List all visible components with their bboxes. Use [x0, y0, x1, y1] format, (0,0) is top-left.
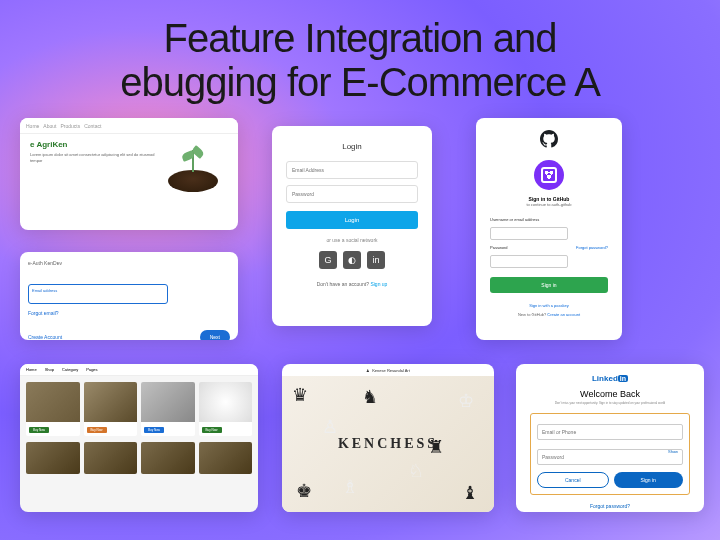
kenchess-title: KENCHESS	[338, 436, 438, 452]
buy-button[interactable]: Buy Now	[144, 427, 164, 433]
chess-piece-icon: ♙	[322, 416, 338, 438]
shop-card: Home Shop Category Pages Buy Now Buy Now…	[20, 364, 258, 512]
nav-products[interactable]: Products	[60, 123, 80, 129]
chess-piece-icon: ♝	[462, 482, 478, 504]
linkedin-icon[interactable]: in	[367, 251, 385, 269]
product-thumb[interactable]	[141, 442, 195, 474]
product-card[interactable]: Buy Now	[84, 382, 138, 436]
kenchess-brand: ♟ Kenese Resandal Art	[282, 364, 494, 376]
github-logo-icon	[490, 130, 608, 152]
product-image	[199, 382, 253, 422]
agriken-title: e AgriKen	[30, 140, 158, 149]
buy-button[interactable]: Buy Now	[87, 427, 107, 433]
nav-about[interactable]: About	[43, 123, 56, 129]
login-email-input[interactable]	[286, 161, 418, 179]
nav-home[interactable]: Home	[26, 123, 39, 129]
user-avatar	[534, 160, 564, 190]
welcome-tagline: Don't miss your next opportunity. Sign i…	[530, 401, 690, 405]
social-divider: or use a social network	[286, 237, 418, 243]
login-button[interactable]: Login	[286, 211, 418, 229]
linkedin-card: Linkedin Welcome Back Don't miss your ne…	[516, 364, 704, 512]
linkedin-password-input[interactable]	[537, 449, 683, 465]
signup-prompt: Don't have an account? Sign up	[286, 281, 418, 287]
signup-link[interactable]: Sign up	[370, 281, 387, 287]
github-signin-button[interactable]: Sign in	[490, 277, 608, 293]
product-image	[84, 382, 138, 422]
github-card: Sign in to GitHub to continue to auth-gi…	[476, 118, 622, 340]
chess-piece-icon: ♘	[408, 460, 424, 482]
product-card[interactable]: Buy Now	[141, 382, 195, 436]
chess-hero: ♛ ♙ ♞ ♔ ♜ ♚ ♗ ♝ ♘ KENCHESS	[282, 376, 494, 512]
auth0-brand: e-Auth KenDev	[28, 260, 230, 266]
chess-piece-icon: ♛	[292, 384, 308, 406]
chess-piece-icon: ♔	[458, 390, 474, 412]
forgot-email-link[interactable]: Forgot email?	[28, 310, 230, 316]
chess-piece-icon: ♚	[296, 480, 312, 502]
github-username-input[interactable]	[490, 227, 568, 240]
shop-nav-category[interactable]: Category	[62, 367, 78, 372]
buy-button[interactable]: Buy Now	[29, 427, 49, 433]
shop-nav-home[interactable]: Home	[26, 367, 37, 372]
buy-button[interactable]: Buy Now	[202, 427, 222, 433]
cancel-button[interactable]: Cancel	[537, 472, 609, 488]
create-account-link[interactable]: Create Account	[28, 334, 62, 340]
github-password-input[interactable]	[490, 255, 568, 268]
shop-nav-shop[interactable]: Shop	[45, 367, 54, 372]
auth0-card: e-Auth KenDev Email address Forgot email…	[20, 252, 238, 340]
cards-container: Home About Products Contact e AgriKen Lo…	[0, 112, 720, 532]
agriken-card: Home About Products Contact e AgriKen Lo…	[20, 118, 238, 230]
github-icon[interactable]: ◐	[343, 251, 361, 269]
product-thumb[interactable]	[199, 442, 253, 474]
login-password-input[interactable]	[286, 185, 418, 203]
google-icon[interactable]: G	[319, 251, 337, 269]
forgot-password-link[interactable]: Forgot password?	[576, 245, 608, 250]
show-password-link[interactable]: Show	[668, 449, 678, 454]
linkedin-logo: Linkedin	[530, 374, 690, 383]
next-button[interactable]: Next	[200, 330, 230, 340]
product-thumb[interactable]	[84, 442, 138, 474]
login-card: Login Login or use a social network G ◐ …	[272, 126, 432, 326]
create-account-link[interactable]: Create an account	[547, 312, 580, 317]
forgot-password-link[interactable]: Forgot password?	[530, 503, 690, 509]
shop-nav: Home Shop Category Pages	[20, 364, 258, 376]
welcome-title: Welcome Back	[530, 389, 690, 399]
product-thumb[interactable]	[26, 442, 80, 474]
passkey-link[interactable]: Sign in with a passkey	[490, 303, 608, 308]
plant-image	[158, 140, 228, 210]
signin-button[interactable]: Sign in	[614, 472, 684, 488]
product-card[interactable]: Buy Now	[199, 382, 253, 436]
login-title: Login	[286, 142, 418, 151]
shop-nav-pages[interactable]: Pages	[86, 367, 97, 372]
chess-piece-icon: ♞	[362, 386, 378, 408]
hero-title: Feature Integration and ebugging for E-C…	[0, 0, 720, 112]
linkedin-email-input[interactable]	[537, 424, 683, 440]
nav-contact[interactable]: Contact	[84, 123, 101, 129]
product-image	[26, 382, 80, 422]
agriken-nav: Home About Products Contact	[20, 118, 238, 134]
agriken-sub: Lorem ipsum dolor sit amet consectetur a…	[30, 152, 158, 163]
create-account-prompt: New to GitHub? Create an account	[490, 312, 608, 317]
kenchess-card: ♟ Kenese Resandal Art ♛ ♙ ♞ ♔ ♜ ♚ ♗ ♝ ♘ …	[282, 364, 494, 512]
username-label: Username or email address	[490, 217, 539, 222]
github-subtitle: to continue to auth-github	[490, 202, 608, 207]
product-image	[141, 382, 195, 422]
chess-piece-icon: ♗	[342, 476, 358, 498]
password-label: Password	[490, 245, 508, 250]
email-field[interactable]: Email address	[28, 284, 168, 304]
product-card[interactable]: Buy Now	[26, 382, 80, 436]
